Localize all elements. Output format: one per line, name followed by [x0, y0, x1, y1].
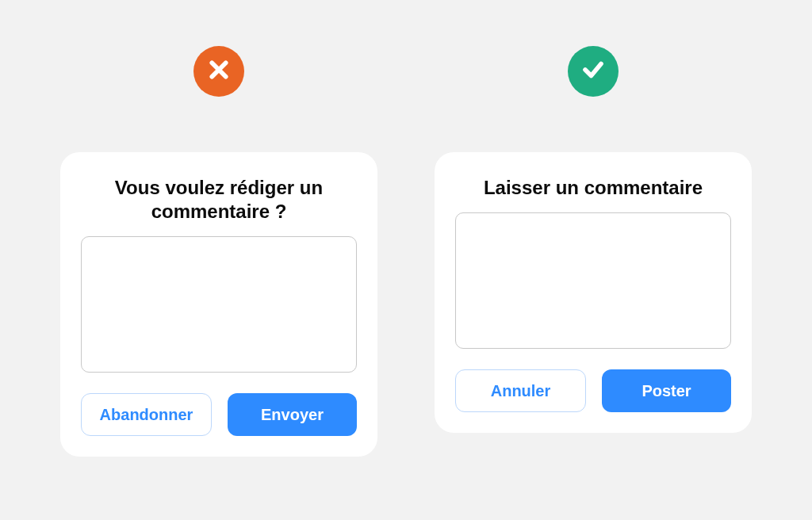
bad-card: Vous voulez rédiger un commentaire ? Aba… — [60, 152, 377, 457]
good-card: Laisser un commentaire Annuler Poster — [435, 152, 752, 433]
good-badge — [568, 46, 619, 97]
check-icon — [581, 58, 605, 85]
submit-button[interactable]: Envoyer — [228, 393, 357, 436]
cancel-button[interactable]: Abandonner — [81, 393, 212, 436]
submit-button[interactable]: Poster — [602, 369, 731, 412]
comment-textarea[interactable] — [81, 236, 357, 373]
comment-textarea[interactable] — [455, 212, 731, 349]
bad-badge — [193, 46, 244, 97]
cross-icon — [207, 58, 231, 85]
button-row: Abandonner Envoyer — [81, 393, 357, 436]
bad-example-column: Vous voulez rédiger un commentaire ? Aba… — [60, 46, 377, 457]
card-title: Vous voulez rédiger un commentaire ? — [81, 176, 357, 224]
button-row: Annuler Poster — [455, 369, 731, 412]
good-example-column: Laisser un commentaire Annuler Poster — [435, 46, 752, 433]
card-title: Laisser un commentaire — [479, 176, 707, 200]
cancel-button[interactable]: Annuler — [455, 369, 586, 412]
